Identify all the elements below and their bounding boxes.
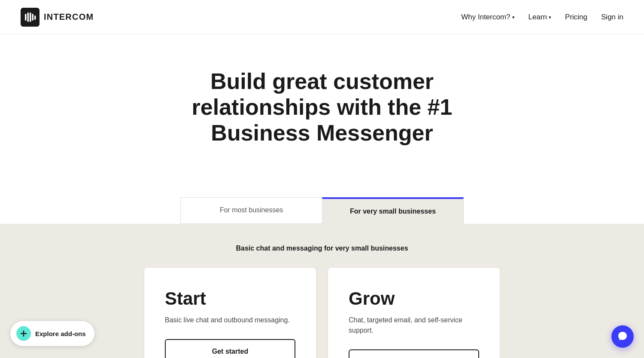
nav-item-why-intercom[interactable]: Why Intercom? ▾ [461, 13, 514, 21]
get-started-button-grow[interactable]: Get started [349, 349, 479, 358]
svg-rect-0 [25, 14, 27, 21]
section-subtitle: Basic chat and messaging for very small … [0, 245, 644, 252]
logo[interactable]: INTERCOM [21, 8, 94, 27]
svg-rect-1 [27, 12, 29, 22]
nav: Why Intercom? ▾ Learn ▾ Pricing Sign in [461, 13, 623, 21]
chevron-down-icon: ▾ [549, 15, 551, 20]
brand-name: INTERCOM [44, 12, 94, 22]
logo-icon [21, 8, 39, 27]
card-desc-grow: Chat, targeted email, and self-service s… [349, 315, 479, 336]
plan-card-start: Start Basic live chat and outbound messa… [144, 268, 316, 358]
chat-widget-button[interactable] [611, 325, 634, 348]
nav-item-pricing[interactable]: Pricing [565, 13, 587, 21]
nav-item-signin[interactable]: Sign in [601, 13, 623, 21]
header: INTERCOM Why Intercom? ▾ Learn ▾ Pricing… [0, 0, 644, 34]
content-section: Basic chat and messaging for very small … [0, 224, 644, 358]
cards-container: Start Basic live chat and outbound messa… [0, 268, 644, 358]
hero-section: Build great customer relationships with … [0, 34, 644, 197]
nav-item-learn[interactable]: Learn ▾ [529, 13, 551, 21]
card-title-grow: Grow [349, 288, 479, 309]
svg-rect-3 [32, 14, 34, 21]
card-title-start: Start [165, 288, 295, 309]
chevron-down-icon: ▾ [512, 15, 515, 20]
svg-rect-4 [34, 15, 36, 20]
hero-title: Build great customer relationships with … [172, 69, 472, 146]
card-desc-start: Basic live chat and outbound messaging. [165, 315, 295, 325]
tab-small-businesses[interactable]: For very small businesses [322, 197, 464, 224]
plan-card-grow: Grow Chat, targeted email, and self-serv… [328, 268, 500, 358]
svg-rect-2 [30, 12, 31, 22]
get-started-button-start[interactable]: Get started [165, 339, 295, 358]
explore-icon [16, 326, 31, 341]
explore-addons-button[interactable]: Explore add-ons [10, 321, 94, 346]
tab-most-businesses[interactable]: For most businesses [180, 197, 322, 224]
tabs-container: For most businesses For very small busin… [0, 197, 644, 224]
